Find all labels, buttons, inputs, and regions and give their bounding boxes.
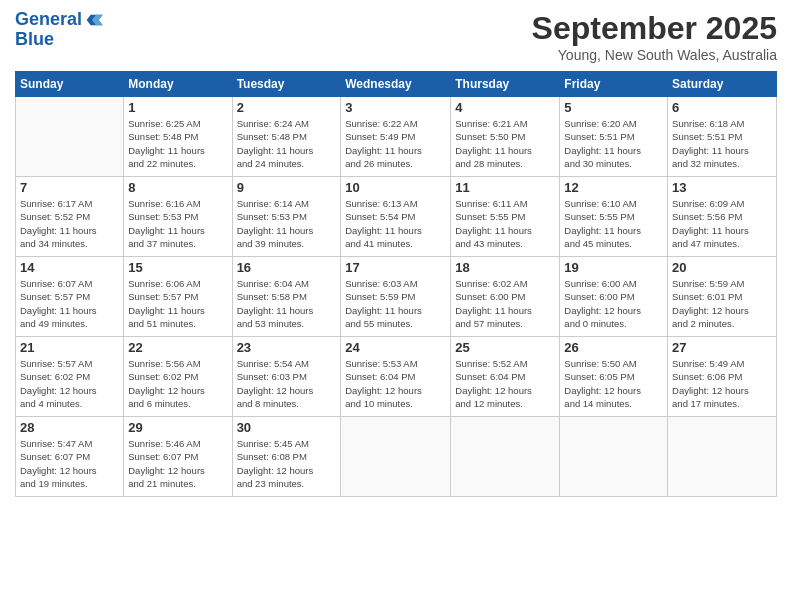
day-cell — [16, 97, 124, 177]
day-number: 11 — [455, 180, 555, 195]
day-detail: Sunrise: 6:03 AMSunset: 5:59 PMDaylight:… — [345, 277, 446, 330]
title-block: September 2025 Young, New South Wales, A… — [532, 10, 777, 63]
day-cell: 13Sunrise: 6:09 AMSunset: 5:56 PMDayligh… — [668, 177, 777, 257]
column-header-saturday: Saturday — [668, 72, 777, 97]
day-cell: 24Sunrise: 5:53 AMSunset: 6:04 PMDayligh… — [341, 337, 451, 417]
day-detail: Sunrise: 6:22 AMSunset: 5:49 PMDaylight:… — [345, 117, 446, 170]
column-header-friday: Friday — [560, 72, 668, 97]
logo-icon — [84, 10, 104, 30]
day-cell: 20Sunrise: 5:59 AMSunset: 6:01 PMDayligh… — [668, 257, 777, 337]
day-detail: Sunrise: 5:50 AMSunset: 6:05 PMDaylight:… — [564, 357, 663, 410]
day-cell — [560, 417, 668, 497]
logo-blue-text: Blue — [15, 30, 104, 50]
day-detail: Sunrise: 6:25 AMSunset: 5:48 PMDaylight:… — [128, 117, 227, 170]
day-detail: Sunrise: 6:13 AMSunset: 5:54 PMDaylight:… — [345, 197, 446, 250]
week-row-2: 7Sunrise: 6:17 AMSunset: 5:52 PMDaylight… — [16, 177, 777, 257]
day-cell: 10Sunrise: 6:13 AMSunset: 5:54 PMDayligh… — [341, 177, 451, 257]
day-detail: Sunrise: 6:02 AMSunset: 6:00 PMDaylight:… — [455, 277, 555, 330]
page-header: General Blue September 2025 Young, New S… — [15, 10, 777, 63]
day-cell: 23Sunrise: 5:54 AMSunset: 6:03 PMDayligh… — [232, 337, 341, 417]
day-number: 10 — [345, 180, 446, 195]
day-cell: 14Sunrise: 6:07 AMSunset: 5:57 PMDayligh… — [16, 257, 124, 337]
day-detail: Sunrise: 6:16 AMSunset: 5:53 PMDaylight:… — [128, 197, 227, 250]
day-detail: Sunrise: 6:20 AMSunset: 5:51 PMDaylight:… — [564, 117, 663, 170]
day-number: 20 — [672, 260, 772, 275]
day-detail: Sunrise: 5:56 AMSunset: 6:02 PMDaylight:… — [128, 357, 227, 410]
day-cell — [451, 417, 560, 497]
day-cell: 2Sunrise: 6:24 AMSunset: 5:48 PMDaylight… — [232, 97, 341, 177]
day-cell: 4Sunrise: 6:21 AMSunset: 5:50 PMDaylight… — [451, 97, 560, 177]
column-header-tuesday: Tuesday — [232, 72, 341, 97]
day-detail: Sunrise: 6:00 AMSunset: 6:00 PMDaylight:… — [564, 277, 663, 330]
day-detail: Sunrise: 6:11 AMSunset: 5:55 PMDaylight:… — [455, 197, 555, 250]
day-cell: 15Sunrise: 6:06 AMSunset: 5:57 PMDayligh… — [124, 257, 232, 337]
week-row-4: 21Sunrise: 5:57 AMSunset: 6:02 PMDayligh… — [16, 337, 777, 417]
day-cell: 29Sunrise: 5:46 AMSunset: 6:07 PMDayligh… — [124, 417, 232, 497]
day-cell: 30Sunrise: 5:45 AMSunset: 6:08 PMDayligh… — [232, 417, 341, 497]
day-number: 13 — [672, 180, 772, 195]
day-number: 15 — [128, 260, 227, 275]
day-number: 18 — [455, 260, 555, 275]
day-detail: Sunrise: 5:47 AMSunset: 6:07 PMDaylight:… — [20, 437, 119, 490]
week-row-5: 28Sunrise: 5:47 AMSunset: 6:07 PMDayligh… — [16, 417, 777, 497]
day-cell: 17Sunrise: 6:03 AMSunset: 5:59 PMDayligh… — [341, 257, 451, 337]
day-cell: 6Sunrise: 6:18 AMSunset: 5:51 PMDaylight… — [668, 97, 777, 177]
column-header-sunday: Sunday — [16, 72, 124, 97]
day-cell: 16Sunrise: 6:04 AMSunset: 5:58 PMDayligh… — [232, 257, 341, 337]
day-number: 3 — [345, 100, 446, 115]
day-detail: Sunrise: 5:53 AMSunset: 6:04 PMDaylight:… — [345, 357, 446, 410]
day-cell: 1Sunrise: 6:25 AMSunset: 5:48 PMDaylight… — [124, 97, 232, 177]
day-detail: Sunrise: 6:18 AMSunset: 5:51 PMDaylight:… — [672, 117, 772, 170]
day-cell: 9Sunrise: 6:14 AMSunset: 5:53 PMDaylight… — [232, 177, 341, 257]
day-detail: Sunrise: 5:45 AMSunset: 6:08 PMDaylight:… — [237, 437, 337, 490]
day-cell: 3Sunrise: 6:22 AMSunset: 5:49 PMDaylight… — [341, 97, 451, 177]
day-cell: 18Sunrise: 6:02 AMSunset: 6:00 PMDayligh… — [451, 257, 560, 337]
day-number: 5 — [564, 100, 663, 115]
day-number: 27 — [672, 340, 772, 355]
day-number: 25 — [455, 340, 555, 355]
column-header-monday: Monday — [124, 72, 232, 97]
day-detail: Sunrise: 6:24 AMSunset: 5:48 PMDaylight:… — [237, 117, 337, 170]
day-number: 17 — [345, 260, 446, 275]
day-number: 21 — [20, 340, 119, 355]
day-cell: 27Sunrise: 5:49 AMSunset: 6:06 PMDayligh… — [668, 337, 777, 417]
day-detail: Sunrise: 6:04 AMSunset: 5:58 PMDaylight:… — [237, 277, 337, 330]
day-cell: 21Sunrise: 5:57 AMSunset: 6:02 PMDayligh… — [16, 337, 124, 417]
day-number: 16 — [237, 260, 337, 275]
day-number: 28 — [20, 420, 119, 435]
day-detail: Sunrise: 5:46 AMSunset: 6:07 PMDaylight:… — [128, 437, 227, 490]
day-detail: Sunrise: 5:49 AMSunset: 6:06 PMDaylight:… — [672, 357, 772, 410]
day-number: 8 — [128, 180, 227, 195]
calendar-subtitle: Young, New South Wales, Australia — [532, 47, 777, 63]
day-cell: 7Sunrise: 6:17 AMSunset: 5:52 PMDaylight… — [16, 177, 124, 257]
column-header-wednesday: Wednesday — [341, 72, 451, 97]
day-cell: 28Sunrise: 5:47 AMSunset: 6:07 PMDayligh… — [16, 417, 124, 497]
day-number: 1 — [128, 100, 227, 115]
calendar-title: September 2025 — [532, 10, 777, 47]
day-number: 22 — [128, 340, 227, 355]
day-number: 6 — [672, 100, 772, 115]
day-number: 26 — [564, 340, 663, 355]
day-cell: 25Sunrise: 5:52 AMSunset: 6:04 PMDayligh… — [451, 337, 560, 417]
column-header-thursday: Thursday — [451, 72, 560, 97]
day-cell: 22Sunrise: 5:56 AMSunset: 6:02 PMDayligh… — [124, 337, 232, 417]
day-cell: 19Sunrise: 6:00 AMSunset: 6:00 PMDayligh… — [560, 257, 668, 337]
page-container: General Blue September 2025 Young, New S… — [0, 0, 792, 612]
day-detail: Sunrise: 5:54 AMSunset: 6:03 PMDaylight:… — [237, 357, 337, 410]
day-detail: Sunrise: 5:59 AMSunset: 6:01 PMDaylight:… — [672, 277, 772, 330]
day-number: 12 — [564, 180, 663, 195]
day-number: 14 — [20, 260, 119, 275]
day-number: 2 — [237, 100, 337, 115]
day-detail: Sunrise: 6:10 AMSunset: 5:55 PMDaylight:… — [564, 197, 663, 250]
week-row-1: 1Sunrise: 6:25 AMSunset: 5:48 PMDaylight… — [16, 97, 777, 177]
day-number: 4 — [455, 100, 555, 115]
column-header-row: SundayMondayTuesdayWednesdayThursdayFrid… — [16, 72, 777, 97]
day-detail: Sunrise: 6:06 AMSunset: 5:57 PMDaylight:… — [128, 277, 227, 330]
logo: General Blue — [15, 10, 104, 50]
day-number: 24 — [345, 340, 446, 355]
day-number: 30 — [237, 420, 337, 435]
day-cell: 8Sunrise: 6:16 AMSunset: 5:53 PMDaylight… — [124, 177, 232, 257]
day-cell: 11Sunrise: 6:11 AMSunset: 5:55 PMDayligh… — [451, 177, 560, 257]
day-detail: Sunrise: 6:07 AMSunset: 5:57 PMDaylight:… — [20, 277, 119, 330]
day-detail: Sunrise: 5:52 AMSunset: 6:04 PMDaylight:… — [455, 357, 555, 410]
